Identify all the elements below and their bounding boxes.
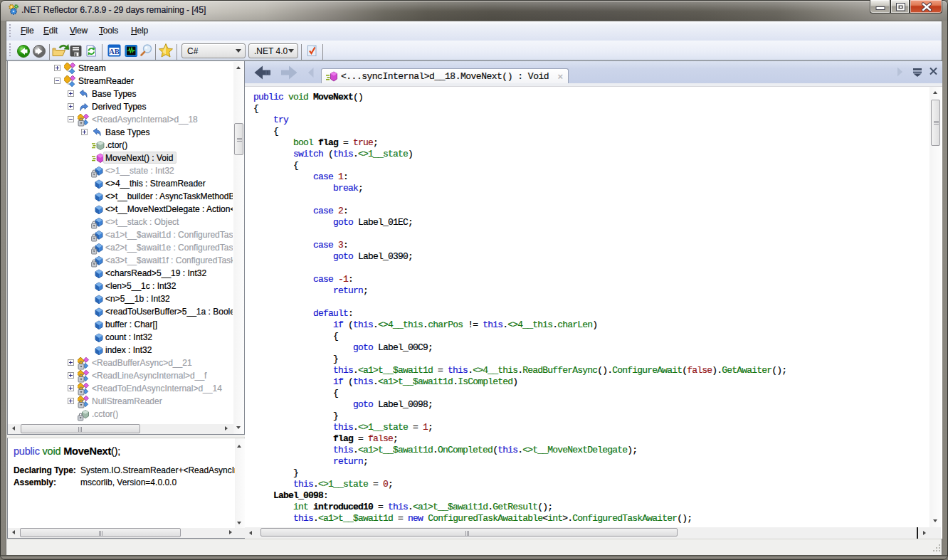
svg-text:AB: AB bbox=[109, 48, 120, 56]
